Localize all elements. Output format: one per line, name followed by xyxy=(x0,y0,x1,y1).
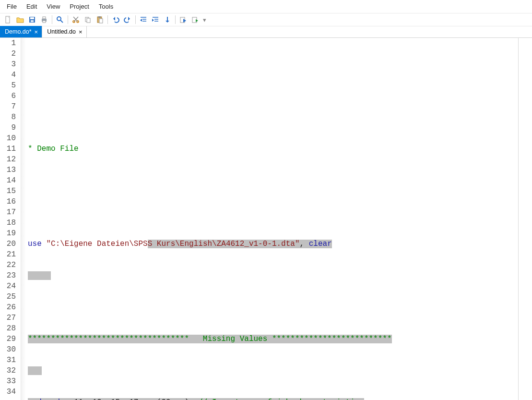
line-number: 22 xyxy=(0,260,16,270)
line-number: 10 xyxy=(0,133,16,144)
line-number: 34 xyxy=(0,387,16,397)
line-number: 5 xyxy=(0,80,16,91)
svg-rect-14 xyxy=(87,18,90,23)
svg-rect-3 xyxy=(31,20,34,22)
tab-bar: Demo.do* × Untitled.do × xyxy=(0,26,532,38)
line-number: 25 xyxy=(0,291,16,302)
args: v11 v13 v15 v17, mv(99=.a) xyxy=(65,398,198,400)
string: "C:\Eigene Dateien\SPS xyxy=(46,240,147,248)
line-number: 17 xyxy=(0,207,16,218)
toolbar-separator xyxy=(52,15,52,24)
keyword-use: use xyxy=(28,240,42,248)
cut-icon[interactable] xyxy=(71,14,81,25)
line-number: 13 xyxy=(0,165,16,175)
print-icon[interactable] xyxy=(39,14,49,25)
code-area[interactable]: * Demo File use "C:\Eigene Dateien\SPSS … xyxy=(26,38,532,400)
comment: *********************************** xyxy=(28,335,203,343)
line-number: 26 xyxy=(0,302,16,313)
svg-rect-16 xyxy=(98,16,101,18)
line-number: 28 xyxy=(0,323,16,334)
toolbar-separator xyxy=(68,15,68,24)
line-number: 15 xyxy=(0,186,16,196)
copy-icon[interactable] xyxy=(83,14,93,25)
svg-rect-6 xyxy=(43,21,46,23)
line-number: 14 xyxy=(0,175,16,186)
indent-icon[interactable] xyxy=(138,14,149,25)
line-number: 3 xyxy=(0,59,16,70)
line-number: 23 xyxy=(0,270,16,281)
line-number-gutter: 1234567891011121314151617181920212223242… xyxy=(0,38,21,400)
line-number: 24 xyxy=(0,281,16,291)
paste-icon[interactable] xyxy=(95,14,105,25)
line-number: 20 xyxy=(0,239,16,249)
line-number: 12 xyxy=(0,154,16,165)
menu-edit[interactable]: Edit xyxy=(22,1,42,12)
save-icon[interactable] xyxy=(27,14,37,25)
find-icon[interactable] xyxy=(55,14,65,25)
line-number: 2 xyxy=(0,48,16,59)
line-number: 16 xyxy=(0,196,16,207)
menu-bar: File Edit View Project Tools xyxy=(0,0,532,13)
text: , xyxy=(300,240,309,248)
tab-label: Untitled.do xyxy=(47,28,76,35)
line-number: 4 xyxy=(0,70,16,80)
svg-rect-5 xyxy=(43,17,46,19)
undo-icon[interactable] xyxy=(110,14,121,25)
tab-demo-do[interactable]: Demo.do* × xyxy=(0,26,42,37)
line-number: 18 xyxy=(0,218,16,228)
run-selection-icon[interactable] xyxy=(178,14,189,25)
close-icon[interactable]: × xyxy=(35,29,38,35)
line-number: 29 xyxy=(0,334,16,344)
line-number: 19 xyxy=(0,228,16,239)
line-number: 33 xyxy=(0,376,16,387)
toolbar-separator xyxy=(175,15,176,24)
svg-rect-2 xyxy=(30,17,34,19)
menu-tools[interactable]: Tools xyxy=(94,1,118,12)
tab-untitled-do[interactable]: Untitled.do × xyxy=(42,26,86,37)
line-number: 21 xyxy=(0,249,16,260)
svg-line-8 xyxy=(60,20,63,23)
line-number: 11 xyxy=(0,144,16,154)
line-number: 9 xyxy=(0,122,16,133)
gutter-shadow xyxy=(21,38,26,400)
line-number: 8 xyxy=(0,112,16,122)
toolbar-separator xyxy=(107,15,108,24)
redo-icon[interactable] xyxy=(122,14,133,25)
keyword-clear: clear xyxy=(309,240,332,248)
keyword-mvdecode: mvdecode xyxy=(28,398,65,400)
close-icon[interactable]: × xyxy=(79,29,83,35)
bookmark-toggle-icon[interactable] xyxy=(162,14,173,25)
comment: * Demo File xyxy=(28,145,79,153)
toolbar-separator xyxy=(135,15,136,24)
line-number: 32 xyxy=(0,365,16,376)
comment: ************************** xyxy=(267,335,391,343)
menu-project[interactable]: Project xyxy=(65,1,94,12)
code-editor[interactable]: 1234567891011121314151617181920212223242… xyxy=(0,38,532,400)
line-number: 6 xyxy=(0,91,16,101)
line-number: 1 xyxy=(0,38,16,48)
open-file-icon[interactable] xyxy=(15,14,25,25)
section-title: Missing Values xyxy=(203,335,267,343)
line-number: 27 xyxy=(0,313,16,323)
print-margin-ruler xyxy=(518,38,519,400)
line-number: 7 xyxy=(0,101,16,112)
line-number: 31 xyxy=(0,355,16,365)
comment: // Importance of job characteristics xyxy=(198,398,364,400)
toolbar-overflow-icon[interactable]: ▾ xyxy=(203,16,206,24)
new-file-icon[interactable] xyxy=(3,14,13,25)
run-do-icon[interactable] xyxy=(190,14,201,25)
svg-point-7 xyxy=(57,17,61,21)
line-number: 30 xyxy=(0,344,16,355)
svg-rect-17 xyxy=(99,19,103,23)
menu-view[interactable]: View xyxy=(42,1,65,12)
tab-label: Demo.do* xyxy=(5,28,32,35)
string-selected: S Kurs\English\ZA4612_v1-0-1.dta" xyxy=(148,240,300,248)
outdent-icon[interactable] xyxy=(150,14,161,25)
menu-file[interactable]: File xyxy=(2,1,22,12)
toolbar: ▾ xyxy=(0,13,532,26)
